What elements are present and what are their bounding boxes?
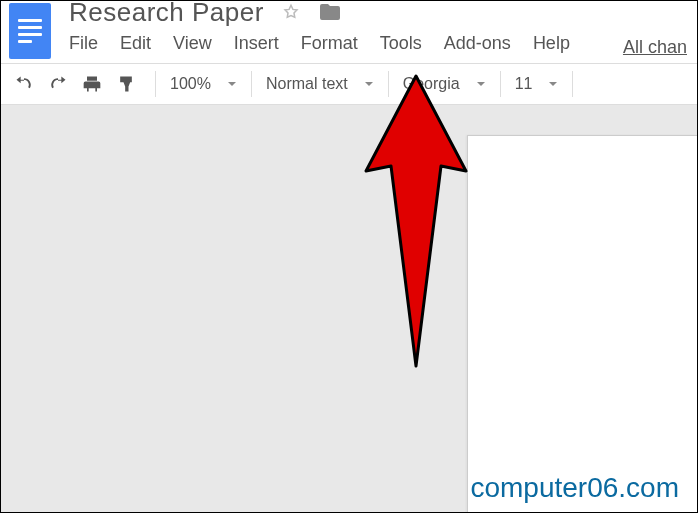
zoom-value: 100% [170,75,211,93]
title-line: Research Paper [69,0,592,27]
docs-logo[interactable] [9,3,51,59]
toolbar-separator [572,71,573,97]
chevron-down-icon [364,75,374,93]
menu-insert[interactable]: Insert [234,33,279,54]
menu-file[interactable]: File [69,33,98,54]
undo-button[interactable] [9,69,39,99]
docs-logo-lines [18,15,42,47]
redo-button[interactable] [43,69,73,99]
toolbar-separator [251,71,252,97]
document-title[interactable]: Research Paper [69,0,264,28]
toolbar-separator [155,71,156,97]
paragraph-style-dropdown[interactable]: Normal text [262,75,378,93]
move-folder-icon[interactable] [318,0,342,24]
menu-edit[interactable]: Edit [120,33,151,54]
menu-tools[interactable]: Tools [380,33,422,54]
font-family-value: Georgia [403,75,460,93]
menu-add-ons[interactable]: Add-ons [444,33,511,54]
zoom-dropdown[interactable]: 100% [166,75,241,93]
toolbar-separator [500,71,501,97]
paragraph-style-value: Normal text [266,75,348,93]
title-area: Research Paper File Edit View Insert For… [69,3,592,54]
font-size-dropdown[interactable]: 11 [511,75,563,93]
chevron-down-icon [227,75,237,93]
chevron-down-icon [548,75,558,93]
changes-saved-link[interactable]: All chan [623,37,687,58]
document-page[interactable] [467,135,697,513]
menu-bar: File Edit View Insert Format Tools Add-o… [69,33,592,54]
paint-format-button[interactable] [111,69,141,99]
font-family-dropdown[interactable]: Georgia [399,75,490,93]
menu-format[interactable]: Format [301,33,358,54]
toolbar: 100% Normal text Georgia 11 [1,63,697,105]
chevron-down-icon [476,75,486,93]
app-header: Research Paper File Edit View Insert For… [1,1,697,63]
toolbar-separator [388,71,389,97]
menu-view[interactable]: View [173,33,212,54]
star-icon[interactable] [282,3,300,21]
font-size-value: 11 [515,75,533,93]
menu-help[interactable]: Help [533,33,570,54]
editor-workspace [1,105,697,512]
print-button[interactable] [77,69,107,99]
